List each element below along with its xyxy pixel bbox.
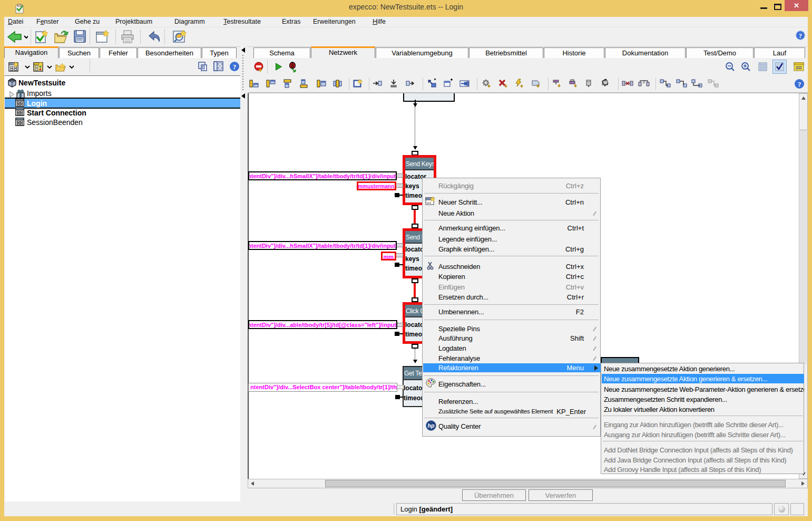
svg-text:2: 2 bbox=[643, 80, 645, 84]
svg-text:?: ? bbox=[233, 63, 237, 71]
svg-text:?: ? bbox=[799, 32, 803, 40]
svg-text:hp: hp bbox=[428, 422, 435, 429]
svg-text:?: ? bbox=[798, 80, 801, 88]
